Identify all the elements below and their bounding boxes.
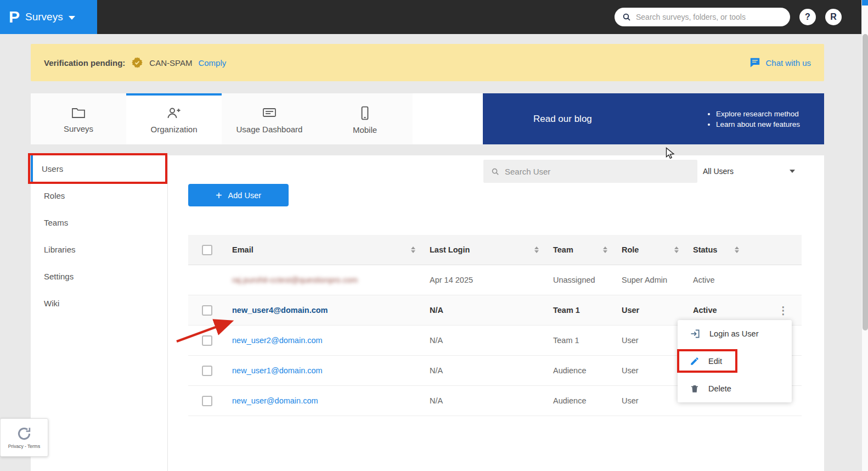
last-login: N/A bbox=[423, 306, 546, 315]
help-label: ? bbox=[805, 12, 810, 22]
user-email[interactable]: new_user@domain.com bbox=[226, 396, 423, 405]
verification-banner: Verification pending: CAN-SPAM Comply Ch… bbox=[31, 44, 824, 81]
recaptcha-icon bbox=[16, 426, 32, 441]
sidebar-item-wiki[interactable]: Wiki bbox=[31, 290, 167, 317]
user-search-input[interactable] bbox=[505, 167, 690, 176]
sidebar-item-label: Libraries bbox=[44, 245, 76, 254]
tab-organization[interactable]: Organization bbox=[126, 93, 222, 144]
sidebar-item-settings[interactable]: Settings bbox=[31, 263, 167, 290]
row-checkbox[interactable] bbox=[202, 396, 212, 406]
sidebar-item-label: Teams bbox=[44, 218, 68, 227]
checkbox-cell bbox=[188, 366, 226, 376]
team: Team 1 bbox=[546, 336, 615, 345]
sort-icon[interactable] bbox=[674, 246, 679, 254]
user-filter-dropdown[interactable]: All Users bbox=[703, 164, 795, 179]
column-header-email[interactable]: Email bbox=[226, 235, 423, 265]
row-checkbox[interactable] bbox=[202, 305, 212, 316]
chevron-down-icon bbox=[69, 16, 75, 20]
sidebar-item-libraries[interactable]: Libraries bbox=[31, 236, 167, 263]
sidebar-item-teams[interactable]: Teams bbox=[31, 209, 167, 236]
product-name: Surveys bbox=[25, 11, 63, 23]
tab-label: Usage Dashboard bbox=[236, 125, 303, 134]
sort-icon[interactable] bbox=[534, 246, 539, 254]
blog-bullet: Learn about new features bbox=[716, 120, 800, 128]
comply-link[interactable]: Comply bbox=[198, 58, 226, 68]
sidebar-item-roles[interactable]: Roles bbox=[31, 182, 167, 209]
scrollbar-thumb[interactable] bbox=[863, 34, 868, 330]
column-header-team[interactable]: Team bbox=[546, 235, 615, 265]
global-search[interactable] bbox=[615, 8, 790, 26]
dashboard-icon bbox=[262, 106, 277, 120]
menu-item-edit[interactable]: Edit bbox=[678, 347, 792, 375]
tab-label: Mobile bbox=[353, 125, 377, 134]
column-label: Email bbox=[232, 245, 253, 254]
scrollbar-top-marker bbox=[862, 0, 868, 5]
user-email[interactable]: new_user2@domain.com bbox=[226, 336, 423, 345]
top-tabbar: Surveys Organization Usage Dashboard Mob… bbox=[31, 93, 824, 144]
select-all-checkbox[interactable] bbox=[202, 245, 212, 255]
chat-label: Chat with us bbox=[765, 58, 811, 68]
topbar: P Surveys ? R bbox=[0, 0, 868, 34]
add-person-icon bbox=[166, 106, 182, 120]
help-button[interactable]: ? bbox=[799, 9, 816, 25]
add-user-button[interactable]: Add User bbox=[188, 184, 289, 206]
avatar-letter: R bbox=[830, 12, 837, 22]
recaptcha-badge[interactable]: Privacy - Terms bbox=[0, 418, 48, 457]
tab-usage-dashboard[interactable]: Usage Dashboard bbox=[222, 93, 317, 144]
role: Super Admin bbox=[615, 276, 686, 284]
login-as-user-icon bbox=[690, 328, 701, 339]
menu-item-label: Edit bbox=[708, 357, 722, 366]
pencil-icon bbox=[690, 356, 700, 366]
sort-icon[interactable] bbox=[411, 246, 415, 254]
users-panel: All Users Add User Email Last Login Team bbox=[167, 155, 824, 471]
column-label: Status bbox=[693, 245, 717, 254]
column-label: Role bbox=[622, 245, 639, 254]
menu-item-label: Delete bbox=[708, 384, 731, 393]
user-avatar[interactable]: R bbox=[825, 9, 842, 25]
checkbox-cell bbox=[188, 305, 226, 316]
chat-icon bbox=[749, 58, 760, 68]
checkbox-cell bbox=[188, 335, 226, 346]
last-login: N/A bbox=[423, 336, 546, 345]
sidebar-item-users[interactable]: Users bbox=[31, 155, 167, 182]
sidebar-item-label: Roles bbox=[44, 191, 65, 200]
table-row: raj.purohit-cctest@questionpro.com Apr 1… bbox=[188, 265, 802, 295]
product-switcher[interactable]: P Surveys bbox=[0, 0, 97, 34]
column-label: Last Login bbox=[430, 245, 470, 254]
verification-pending-label: Verification pending: bbox=[44, 58, 125, 68]
search-icon bbox=[622, 13, 631, 21]
blog-title: Read our blog bbox=[533, 114, 592, 125]
user-email[interactable]: new_user4@domain.com bbox=[226, 306, 423, 315]
plus-icon bbox=[216, 190, 222, 201]
folder-icon bbox=[71, 107, 86, 119]
menu-item-delete[interactable]: Delete bbox=[678, 375, 792, 402]
chevron-down-icon bbox=[790, 170, 795, 173]
tab-label: Organization bbox=[150, 125, 197, 134]
tab-label: Surveys bbox=[64, 124, 93, 133]
blog-bullet: Explore research method bbox=[716, 110, 800, 118]
chat-with-us-button[interactable]: Chat with us bbox=[749, 58, 811, 68]
blog-promo-panel[interactable]: Read our blog Explore research method Le… bbox=[483, 93, 824, 144]
menu-item-login-as-user[interactable]: Login as User bbox=[678, 320, 792, 347]
row-checkbox[interactable] bbox=[202, 335, 212, 346]
team: Team 1 bbox=[546, 306, 615, 315]
column-header-role[interactable]: Role bbox=[615, 235, 686, 265]
tab-mobile[interactable]: Mobile bbox=[317, 93, 413, 144]
search-icon bbox=[491, 167, 499, 176]
global-search-input[interactable] bbox=[636, 13, 782, 21]
mobile-icon bbox=[360, 106, 369, 120]
questionpro-logo: P bbox=[9, 9, 20, 25]
user-email[interactable]: new_user1@domain.com bbox=[226, 366, 423, 375]
column-header-last-login[interactable]: Last Login bbox=[423, 235, 546, 265]
recaptcha-links[interactable]: Privacy - Terms bbox=[8, 444, 40, 449]
sort-icon[interactable] bbox=[603, 246, 607, 254]
tab-surveys[interactable]: Surveys bbox=[31, 93, 126, 144]
row-actions-kebab-icon[interactable] bbox=[747, 304, 802, 317]
row-checkbox[interactable] bbox=[202, 366, 212, 376]
column-header-status[interactable]: Status bbox=[686, 235, 747, 265]
role: User bbox=[615, 366, 686, 375]
page-scrollbar[interactable] bbox=[861, 0, 868, 471]
sidebar-item-label: Wiki bbox=[44, 299, 59, 308]
user-search[interactable] bbox=[483, 160, 697, 183]
sort-icon[interactable] bbox=[735, 246, 739, 254]
